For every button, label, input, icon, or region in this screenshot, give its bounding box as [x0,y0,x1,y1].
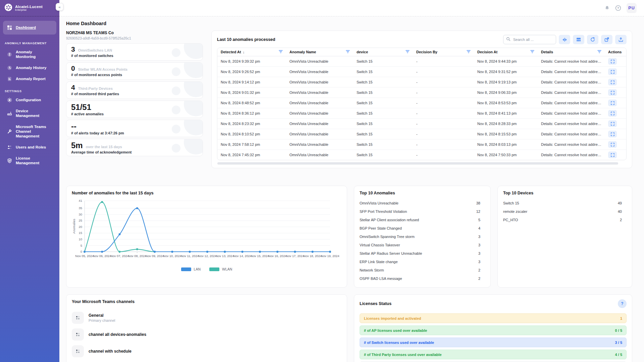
cell-details: Details: Cannot resolve host address ... [538,67,605,77]
company-name: NORZH48 MS TEAMS Co [66,31,203,35]
column-header-decision-by[interactable]: Decision By [413,48,474,56]
cell-device: Switch 15 [353,150,413,160]
filter-icon[interactable] [406,50,410,54]
filter-icon[interactable] [467,50,471,54]
expand-row-button[interactable] [608,141,617,148]
cell-decision-by: - [413,108,474,119]
column-header-decision-at[interactable]: Decision At [474,48,538,56]
cell-detected-at: Nov 8, 2024 9:01:32 pm [217,87,286,98]
cell-decision-by: - [413,150,474,160]
filter-icon[interactable] [530,50,534,54]
help-circle-icon[interactable]: ? [615,5,621,11]
sidebar-item-label: Configuration [16,98,41,102]
teams-channel-with-schedule[interactable]: channel with schedule [72,343,341,360]
expand-row-button[interactable] [608,68,617,75]
cell-details: Details: Cannot resolve host address ... [538,119,605,129]
list-item: Network Storm2 [360,266,485,274]
cell-actions [605,87,626,98]
cell-decision-at: Nov 8, 2024 9:19:13 pm [474,77,538,87]
sidebar-item-users-and-roles[interactable]: Users and Roles [3,142,56,153]
cell-decision-by: - [413,77,474,87]
cell-actions [605,119,626,129]
column-header-anomaly-name[interactable]: Anomaly Name [286,48,353,56]
filter-icon[interactable] [597,50,601,54]
sort-desc-icon[interactable]: ↓ [243,50,245,54]
filter-icon[interactable] [279,50,283,54]
open-external-button[interactable] [601,35,612,44]
legend-item-wlan[interactable]: WLAN [209,267,232,271]
table-row: Nov 8, 2024 7:45:32 pmOmniVista Unreacha… [217,150,626,160]
expand-row-button[interactable] [608,131,617,137]
stat-caption: # active anomalies [71,112,198,116]
teams-channels-title: Your Microsoft Teams channels [72,299,341,304]
expand-row-button[interactable] [608,79,617,85]
list-item: OmniVista Unreachable38 [360,199,485,207]
sidebar-item-anomaly-history[interactable]: Anomaly History [3,63,56,73]
cell-anomaly-name: OmniVista Unreachable [286,77,353,87]
wrench-icon [7,129,12,134]
expand-row-button[interactable] [608,100,617,106]
license-row-switch: # of Switch licenses used over available… [360,338,627,347]
refresh-button[interactable] [587,35,598,44]
column-header-detected-at[interactable]: Detected At↓ [217,48,286,56]
cell-detected-at: Nov 8, 2024 9:14:12 pm [217,77,286,87]
cell-anomaly-name: OmniVista Unreachable [286,139,353,150]
columns-settings-button[interactable] [573,35,584,44]
sidebar-item-label: License Management [16,156,53,166]
sidebar-item-label: Users and Roles [16,145,46,149]
license-row-third-party: # of Third Party licenses used over avai… [360,350,627,359]
expand-row-button[interactable] [608,110,617,117]
sidebar-item-configuration[interactable]: Configuration [3,95,56,105]
column-header-device[interactable]: device [353,48,413,56]
svg-text:Nov 13, 2024: Nov 13, 2024 [216,254,234,258]
svg-text:0: 0 [80,250,82,253]
expand-row-button[interactable] [608,152,617,158]
column-header-details[interactable]: Details [538,48,605,56]
cell-anomaly-name: OmniVista Unreachable [286,56,353,67]
notifications-bell-icon[interactable] [604,5,610,11]
filter-icon[interactable] [346,50,350,54]
sidebar-item-anomaly-monitoring[interactable]: Anomaly Monitoring [3,47,56,62]
brand-logo: Alcatel-Lucent Enterprise [0,0,59,16]
cell-actions [605,56,626,67]
svg-text:Nov 08, 2024: Nov 08, 2024 [128,254,146,258]
sidebar: Alcatel-Lucent Enterprise Dashboard ANOM… [0,0,59,362]
sidebar-item-label: Anomaly History [16,65,46,70]
svg-text:Nov 07, 2024: Nov 07, 2024 [110,254,129,258]
search-input[interactable] [513,37,553,42]
sidebar-item-dashboard[interactable]: Dashboard [3,21,56,35]
device-icon [7,111,12,116]
expand-row-button[interactable] [608,120,617,127]
sidebar-collapse-button[interactable]: « [56,3,63,11]
cell-decision-by: - [413,139,474,150]
svg-text:Nov 14, 2024: Nov 14, 2024 [233,254,252,258]
teams-channel-all-devices[interactable]: channel all devices-anomalies [72,326,341,343]
cell-detected-at: Nov 8, 2024 9:39:32 pm [217,56,286,67]
export-upload-button[interactable] [615,35,627,44]
cell-details: Details: Cannot resolve host address ... [538,129,605,139]
expand-row-button[interactable] [608,58,617,65]
cell-details: Details: Cannot resolve host address ... [538,108,605,119]
licenses-help-button[interactable]: ? [618,299,627,308]
sidebar-item-device-management[interactable]: Device Management [3,106,56,121]
anomalies-chart-panel: Number of anomalies for the last 15 days… [66,186,347,288]
sidebar-item-teams-channel-management[interactable]: Microsoft Teams Channel Management [3,122,56,141]
sidebar-item-license-management[interactable]: License Management [3,153,56,168]
horizontal-scrollbar[interactable] [217,162,626,165]
legend-item-lan[interactable]: LAN [181,267,201,271]
teams-channel-general[interactable]: GeneralPrimary channel [72,309,341,326]
expand-row-button[interactable] [608,89,617,96]
user-avatar[interactable]: PU [627,3,637,13]
cell-details: Details: Cannot resolve host address ... [538,77,605,87]
svg-text:?: ? [617,6,619,10]
company-stats-column: NORZH48 MS TEAMS Co 92690523-a9df-4a59-b… [66,31,203,168]
chart-legend: LAN WLAN [72,267,341,271]
svg-text:Nov 18, 2024: Nov 18, 2024 [303,254,322,258]
cell-details: Details: Cannot resolve host address ... [538,56,605,67]
sidebar-item-anomaly-report[interactable]: Anomaly Report [3,74,56,84]
fit-columns-button[interactable] [559,35,570,44]
cell-actions [605,150,626,160]
svg-text:Nov 10, 2024: Nov 10, 2024 [163,254,181,258]
license-row-imported: Licenses imported and activated1 [360,313,627,323]
app-window: Alcatel-Lucent Enterprise Dashboard ANOM… [0,0,644,362]
